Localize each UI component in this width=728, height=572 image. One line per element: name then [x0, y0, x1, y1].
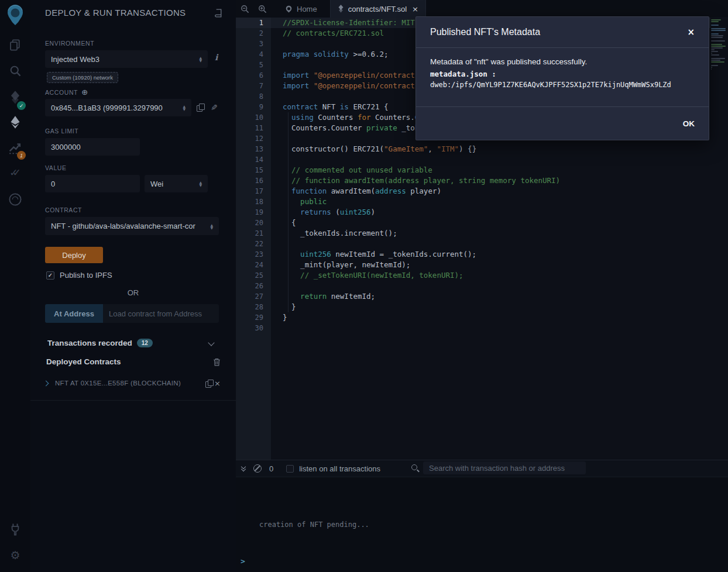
terminal-search-input[interactable]	[423, 461, 586, 474]
publish-ipfs-checkbox[interactable]: ✓	[46, 271, 54, 280]
line-number: 24	[236, 260, 271, 270]
sidebar-item-plugin[interactable]	[0, 192, 30, 209]
minimap-line	[711, 28, 726, 29]
minimap-line	[711, 51, 718, 52]
sidebar-item-search[interactable]	[0, 64, 30, 80]
listen-transactions-label: listen on all transactions	[299, 464, 380, 473]
edit-account-icon[interactable]: ✎	[211, 103, 218, 112]
line-number: 10	[236, 112, 271, 123]
minimap-line	[711, 25, 719, 26]
listen-transactions-checkbox[interactable]	[286, 465, 294, 473]
modal-close-icon[interactable]: ×	[687, 27, 695, 37]
at-address-button[interactable]: At Address	[45, 304, 103, 323]
value-input[interactable]	[45, 175, 140, 192]
deploy-button[interactable]: Deploy	[45, 247, 103, 263]
code-line: // commented out unused variable	[271, 165, 710, 175]
sidebar-item-file-explorer[interactable]	[0, 39, 30, 54]
gas-limit-input[interactable]	[45, 138, 140, 156]
minimap-line	[711, 33, 719, 35]
gas-limit-label: GAS LIMIT	[45, 128, 78, 135]
minimap-line	[711, 40, 725, 42]
ok-button[interactable]: OK	[683, 119, 695, 128]
line-number: 14	[236, 154, 271, 165]
indent-guide	[288, 112, 289, 312]
docs-book-icon[interactable]	[214, 9, 223, 20]
editor-minimap[interactable]	[711, 19, 726, 72]
zoom-out-icon[interactable]	[236, 0, 253, 18]
minimap-line	[711, 60, 720, 61]
clear-console-icon[interactable]	[253, 464, 262, 473]
account-label: ACCOUNT	[45, 89, 78, 96]
contract-label: CONTRACT	[45, 206, 82, 213]
deployed-contracts-label: Deployed Contracts	[46, 357, 121, 366]
terminal-collapse-icon[interactable]	[242, 466, 245, 471]
account-select[interactable]: 0x845...B1aB3 (999991.3297990 ▲▼	[45, 99, 191, 116]
sidebar-item-deploy-and-run[interactable]	[0, 115, 30, 132]
modal-footer: OK	[416, 107, 709, 140]
code-line: // function awardItem(address player, st…	[271, 175, 710, 186]
line-number: 7	[236, 81, 271, 91]
clear-deployed-trash-icon[interactable]	[213, 358, 221, 368]
metadata-file-label: metadata.json :	[430, 70, 695, 78]
sidebar-item-unit-testing[interactable]: ✓✓	[0, 167, 30, 178]
caret-updown-icon: ▲▼	[199, 181, 202, 187]
code-line: return newItemId;	[271, 291, 710, 302]
caret-updown-icon: ▲▼	[210, 223, 213, 229]
environment-select[interactable]: Injected Web3 ▲▼	[45, 50, 208, 68]
contract-select[interactable]: NFT - github/ava-labs/avalanche-smart-co…	[45, 217, 219, 235]
remove-contract-icon[interactable]: ×	[214, 379, 221, 388]
editor-tabbar: Home contracts/NFT.sol ×	[236, 0, 728, 18]
transactions-collapse-icon[interactable]	[208, 339, 214, 346]
tab-contracts-nft-sol[interactable]: contracts/NFT.sol ×	[330, 0, 426, 18]
terminal-prompt[interactable]: >	[241, 557, 245, 566]
copy-contract-icon[interactable]	[205, 380, 213, 388]
icon-rail: ✓ 1 ✓✓ ⚙	[0, 0, 31, 572]
minimap-line	[711, 61, 724, 63]
zoom-in-icon[interactable]	[253, 0, 271, 18]
copy-account-icon[interactable]	[197, 104, 204, 112]
code-line: returns (uint256)	[271, 207, 710, 218]
tab-home[interactable]: Home	[278, 0, 324, 18]
environment-info-icon[interactable]: i	[215, 53, 218, 62]
value-label: VALUE	[45, 164, 67, 171]
line-number: 15	[236, 165, 271, 175]
line-number: 11	[236, 123, 271, 133]
sidebar-item-plugin-manager[interactable]	[0, 522, 30, 539]
line-number: 6	[236, 70, 271, 81]
line-number: 25	[236, 270, 271, 281]
sidebar-item-analytics[interactable]: 1	[0, 141, 30, 157]
minimap-line	[711, 54, 719, 56]
deployed-contract-row[interactable]: NFT AT 0X15E...E558F (BLOCKCHAIN)	[44, 380, 181, 387]
line-number: 23	[236, 249, 271, 260]
line-number: 20	[236, 218, 271, 228]
modal-header: Published NFT's Metadata ×	[416, 17, 709, 48]
code-line	[271, 323, 710, 333]
minimap-line	[711, 49, 715, 50]
compiler-success-badge: ✓	[17, 101, 26, 110]
transactions-recorded-label: Transactions recorded	[47, 339, 132, 347]
line-number: 1	[236, 18, 271, 28]
minimap-line	[711, 68, 712, 70]
line-number: 13	[236, 144, 271, 154]
at-address-input[interactable]	[103, 304, 219, 323]
or-separator: OR	[30, 288, 236, 297]
expand-contract-icon[interactable]	[43, 380, 49, 386]
code-line	[271, 239, 710, 249]
notification-badge: 1	[17, 151, 26, 160]
line-number: 9	[236, 102, 271, 112]
close-tab-icon[interactable]: ×	[412, 5, 418, 13]
deploy-run-panel: DEPLOY & RUN TRANSACTIONS ENVIRONMENT In…	[30, 0, 236, 572]
deployed-contract-label: NFT AT 0X15E...E558F (BLOCKCHAIN)	[55, 380, 181, 387]
sidebar-item-settings[interactable]: ⚙	[0, 549, 30, 561]
caret-updown-icon: ▲▼	[199, 56, 202, 62]
gear-icon: ⚙	[10, 549, 20, 561]
code-line: uint256 newItemId = _tokenIds.current();	[271, 249, 710, 260]
value-unit-select[interactable]: Wei ▲▼	[145, 175, 208, 192]
sidebar-item-solidity-compiler[interactable]: ✓	[0, 90, 30, 108]
add-account-icon[interactable]: ⊕	[81, 88, 88, 97]
code-line: }	[271, 312, 710, 323]
line-number: 12	[236, 133, 271, 144]
modal-body: Metadata of "nft" was published successf…	[416, 48, 709, 107]
published-metadata-modal: Published NFT's Metadata × Metadata of "…	[415, 16, 709, 140]
minimap-line	[711, 47, 723, 49]
